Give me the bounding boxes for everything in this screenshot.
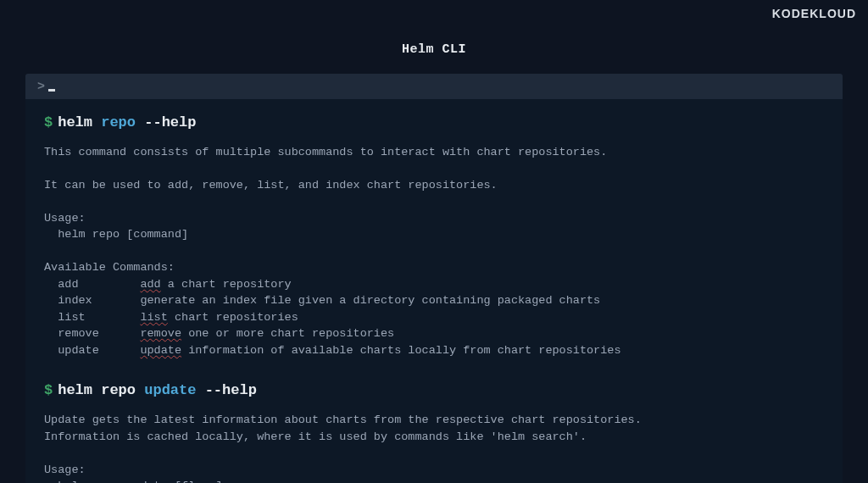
help-description-1: Update gets the latest information about… xyxy=(44,414,824,427)
help-description-1: This command consists of multiple subcom… xyxy=(44,146,824,159)
terminal-body[interactable]: $helm repo --help This command consists … xyxy=(25,99,843,483)
usage-command: helm repo update [flags] xyxy=(44,480,824,483)
cmd-subcommand: update xyxy=(144,382,196,398)
prompt-icon: > xyxy=(37,80,45,94)
blank xyxy=(44,447,824,460)
page-title: Helm CLI xyxy=(0,0,868,74)
cmd-subcommand: repo xyxy=(101,114,136,130)
terminal-window: > $helm repo --help This command consist… xyxy=(25,74,843,483)
prompt-dollar: $ xyxy=(44,114,53,130)
command-line-1: $helm repo --help xyxy=(44,113,824,134)
available-commands-label: Available Commands: xyxy=(44,261,824,275)
help-description-2: Information is cached locally, where it … xyxy=(44,430,824,444)
cmd-flags: --help xyxy=(196,382,256,398)
help-description-2: It can be used to add, remove, list, and… xyxy=(44,179,824,192)
cursor xyxy=(48,89,55,92)
blank xyxy=(44,162,824,175)
cmd-row-update: update update information of available c… xyxy=(44,344,824,358)
logo-text-3: LOUD xyxy=(819,7,856,20)
cmd-row-index: index generate an index file given a dir… xyxy=(44,294,824,308)
cmd-text: helm xyxy=(58,114,101,130)
logo-text-1: KODE xyxy=(772,7,810,20)
cmd-text: helm repo xyxy=(58,382,144,398)
usage-label: Usage: xyxy=(44,464,824,477)
brand-logo: KODEKLOUD xyxy=(772,7,856,20)
cmd-row-remove: remove remove one or more chart reposito… xyxy=(44,327,824,341)
usage-command: helm repo [command] xyxy=(44,228,824,242)
usage-label: Usage: xyxy=(44,212,824,225)
prompt-dollar: $ xyxy=(44,382,53,398)
cmd-row-list: list list chart repositories xyxy=(44,311,824,325)
cmd-flags: --help xyxy=(136,114,196,130)
terminal-tab-bar[interactable]: > xyxy=(25,74,843,99)
cmd-row-add: add add a chart repository xyxy=(44,278,824,291)
command-line-2: $helm repo update --help xyxy=(44,380,824,402)
logo-text-2: K xyxy=(810,7,819,20)
blank xyxy=(44,195,824,208)
blank xyxy=(44,245,824,258)
